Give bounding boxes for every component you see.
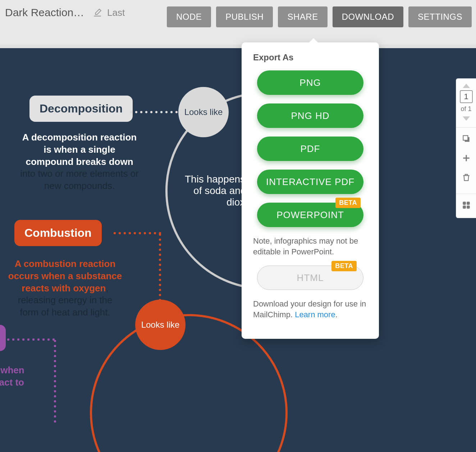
looks-like-node-orange: Looks like bbox=[135, 300, 186, 350]
add-page-icon[interactable] bbox=[462, 153, 471, 163]
beta-badge: BETA bbox=[331, 261, 357, 271]
infographic-canvas[interactable]: This happens when you open a can of soda… bbox=[0, 48, 476, 452]
connector-dots-purple-v bbox=[54, 338, 56, 425]
looks-like-node-grey: Looks like bbox=[178, 87, 229, 137]
export-powerpoint-label: POWERPOINT bbox=[276, 209, 344, 220]
powerpoint-note: Note, infographics may not be editable i… bbox=[253, 236, 367, 257]
tab-settings[interactable]: SETTINGS bbox=[408, 6, 472, 27]
export-png-button[interactable]: PNG bbox=[257, 70, 363, 95]
export-pdf-button[interactable]: PDF bbox=[257, 137, 363, 161]
tab-share[interactable]: SHARE bbox=[278, 6, 327, 27]
page-of-label: of 1 bbox=[461, 105, 471, 113]
svg-rect-6 bbox=[463, 206, 466, 209]
rail-separator bbox=[456, 194, 476, 194]
connector-dots-orange-v bbox=[159, 232, 161, 300]
export-html-button[interactable]: HTML BETA bbox=[257, 266, 363, 290]
connector-dots-orange-h bbox=[112, 232, 161, 234]
top-toolbar: Dark Reactions Che... Last NODE PUBLISH … bbox=[0, 0, 476, 45]
decomposition-description: A decomposition reaction is when a singl… bbox=[20, 132, 139, 192]
tab-download[interactable]: DOWNLOAD bbox=[333, 6, 403, 27]
export-title: Export As bbox=[253, 52, 370, 63]
export-png-hd-button[interactable]: PNG HD bbox=[257, 103, 363, 128]
title-group: Dark Reactions Che... Last bbox=[5, 6, 125, 19]
export-html-label: HTML bbox=[297, 272, 324, 283]
combustion-description: A combustion reaction occurs when a subs… bbox=[8, 258, 122, 319]
decomposition-desc-rest: into two or more elements or new compoun… bbox=[20, 168, 138, 191]
purple-label-fragment: n bbox=[0, 325, 6, 351]
delete-icon[interactable] bbox=[462, 173, 471, 182]
page-number-current[interactable]: 1 bbox=[460, 90, 473, 103]
grid-icon[interactable] bbox=[462, 200, 471, 210]
combustion-desc-bold: A combustion reaction occurs when a subs… bbox=[8, 258, 122, 294]
looks-like-label: Looks like bbox=[184, 107, 223, 117]
page-rail: 1 of 1 bbox=[456, 78, 476, 218]
tab-node[interactable]: NODE bbox=[167, 6, 211, 27]
tab-publish[interactable]: PUBLISH bbox=[216, 6, 273, 27]
combustion-label: Combustion bbox=[14, 220, 102, 246]
connector-dots-purple-h bbox=[6, 338, 56, 341]
decomposition-desc-bold: A decomposition reaction is when a singl… bbox=[22, 132, 137, 167]
tab-bar: NODE PUBLISH SHARE DOWNLOAD SETTINGS bbox=[167, 6, 472, 27]
connector-dots bbox=[129, 111, 183, 113]
page-up-icon[interactable] bbox=[463, 84, 470, 88]
page-down-icon[interactable] bbox=[463, 116, 470, 121]
purple-desc-fragment: is when react to bbox=[0, 364, 29, 389]
beta-badge: BETA bbox=[335, 198, 361, 208]
edit-icon[interactable] bbox=[93, 8, 102, 17]
copy-icon[interactable] bbox=[462, 134, 471, 143]
export-dropdown: Export As PNG PNG HD PDF INTERACTIVE PDF… bbox=[242, 42, 379, 339]
learn-more-link[interactable]: Learn more bbox=[295, 310, 335, 319]
canvas-wrap: This happens when you open a can of soda… bbox=[0, 45, 476, 452]
html-note: Download your design for use in MailChim… bbox=[253, 299, 367, 320]
last-saved-label: Last bbox=[107, 7, 125, 18]
rail-separator bbox=[456, 127, 476, 128]
decomposition-label: Decomposition bbox=[29, 96, 133, 122]
html-note-period: . bbox=[335, 310, 338, 319]
svg-rect-5 bbox=[467, 202, 470, 205]
svg-rect-1 bbox=[463, 135, 468, 140]
export-powerpoint-button[interactable]: POWERPOINT BETA bbox=[257, 203, 363, 227]
svg-rect-4 bbox=[463, 202, 466, 205]
looks-like-label-orange: Looks like bbox=[141, 320, 180, 330]
export-interactive-pdf-button[interactable]: INTERACTIVE PDF bbox=[257, 170, 363, 194]
document-title[interactable]: Dark Reactions Che... bbox=[5, 6, 88, 19]
svg-rect-7 bbox=[467, 206, 470, 209]
